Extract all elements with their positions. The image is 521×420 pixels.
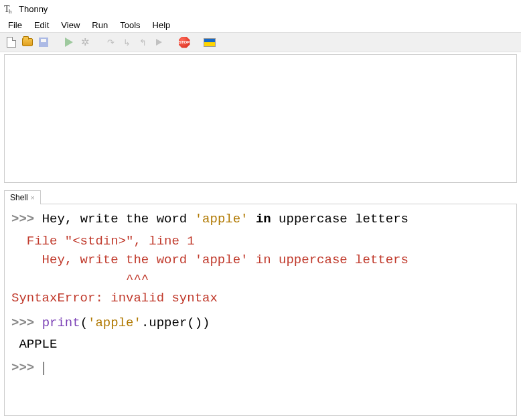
editor-area[interactable]: [4, 54, 517, 183]
shell-current-prompt[interactable]: >>>: [11, 358, 510, 378]
text-cursor-icon: [44, 362, 45, 375]
shell-input-line-1: >>> Hey, write the word 'apple' in upper…: [11, 210, 510, 229]
run-icon: [65, 38, 73, 47]
support-ukraine-button[interactable]: [204, 36, 216, 48]
menu-view[interactable]: View: [56, 19, 85, 31]
menu-tools[interactable]: Tools: [115, 19, 145, 31]
shell-error-block: File "<stdin>", line 1 Hey, write the wo…: [11, 232, 510, 308]
save-file-button[interactable]: [38, 36, 50, 48]
error-line-src: Hey, write the word 'apple' in uppercase…: [11, 251, 510, 270]
step-into-button[interactable]: ↳: [121, 36, 133, 48]
run-button[interactable]: [63, 36, 75, 48]
tab-shell-label: Shell: [10, 193, 28, 202]
debug-button[interactable]: ✲: [79, 36, 91, 48]
resume-button[interactable]: [153, 36, 165, 48]
menu-run[interactable]: Run: [86, 19, 113, 31]
step-over-button[interactable]: ↷: [104, 36, 117, 48]
menu-help[interactable]: Help: [147, 19, 176, 31]
svg-text:h: h: [9, 8, 12, 14]
error-line-msg: SyntaxError: invalid syntax: [11, 289, 510, 308]
stop-icon: STOP: [179, 37, 190, 48]
menu-file[interactable]: File: [3, 19, 27, 31]
debug-icon: ✲: [81, 36, 90, 48]
step-into-icon: ↳: [123, 38, 131, 48]
app-logo-icon: T h: [4, 3, 15, 14]
stop-button[interactable]: STOP: [178, 36, 190, 48]
error-line-file: File "<stdin>", line 1: [11, 232, 510, 251]
step-out-button[interactable]: ↰: [137, 36, 149, 48]
resume-icon: [156, 39, 162, 46]
new-file-icon: [7, 37, 16, 48]
shell-panel[interactable]: >>> Hey, write the word 'apple' in upper…: [4, 204, 517, 416]
tab-close-icon[interactable]: ×: [31, 194, 35, 202]
title-bar: T h Thonny: [0, 0, 521, 17]
step-over-icon: ↷: [107, 38, 115, 48]
error-line-caret: ^^^: [11, 270, 510, 289]
save-icon: [39, 38, 48, 47]
step-out-icon: ↰: [139, 38, 147, 48]
window-title: Thonny: [19, 4, 48, 14]
ukraine-flag-icon: [204, 38, 216, 47]
tab-shell[interactable]: Shell ×: [4, 190, 41, 204]
toolbar: ✲ ↷ ↳ ↰ STOP: [0, 32, 521, 52]
shell-prompt: >>>: [11, 316, 34, 330]
open-folder-icon: [22, 38, 33, 46]
menu-edit[interactable]: Edit: [29, 19, 54, 31]
shell-input-line-2: >>> print('apple'.upper()): [11, 313, 510, 333]
new-file-button[interactable]: [5, 36, 17, 48]
shell-tab-bar: Shell ×: [0, 188, 521, 204]
shell-prompt: >>>: [11, 360, 34, 375]
shell-output: APPLE: [11, 335, 510, 354]
open-file-button[interactable]: [21, 36, 33, 48]
menu-bar: File Edit View Run Tools Help: [0, 17, 521, 32]
shell-prompt: >>>: [11, 212, 34, 226]
